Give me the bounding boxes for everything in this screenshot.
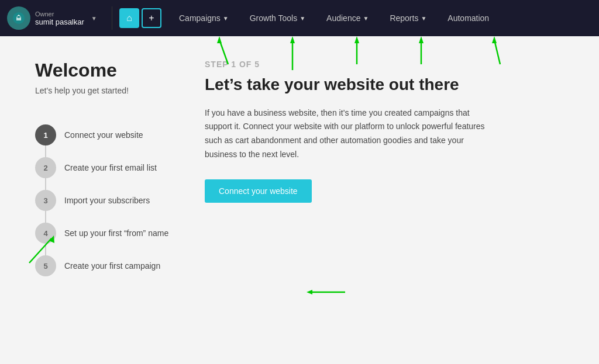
step-3-item[interactable]: 3 Import your subscribers <box>35 184 170 217</box>
nav-item-automation[interactable]: Automation <box>437 0 500 36</box>
nav-item-reports[interactable]: Reports ▼ <box>379 0 437 36</box>
step-5-number: 5 <box>35 255 56 276</box>
reports-dropdown-icon: ▼ <box>421 15 426 22</box>
user-info: Owner sumit pasalkar <box>35 11 84 26</box>
connect-website-button[interactable]: Connect your website <box>205 179 312 203</box>
step-indicator: STEP 1 OF 5 <box>205 60 570 69</box>
brand-logo <box>7 6 30 30</box>
step-4-label: Set up your first “from” name <box>64 228 168 238</box>
step-2-number: 2 <box>35 157 56 178</box>
step-5-label: Create your first campaign <box>64 261 160 271</box>
step-4-item[interactable]: 4 Set up your first “from” name <box>35 217 170 249</box>
nav-menu: Campaigns ▼ Growth Tools ▼ Audience ▼ Re… <box>168 0 592 36</box>
step-3-number: 3 <box>35 190 56 211</box>
brand-section[interactable]: Owner sumit pasalkar ▼ <box>7 6 112 30</box>
step-4-number: 4 <box>35 223 56 244</box>
nav-quick-actions: ⌂ + <box>115 8 166 28</box>
home-button[interactable]: ⌂ <box>119 8 139 28</box>
step-1-label: Connect your website <box>64 130 143 140</box>
user-dropdown-icon: ▼ <box>91 15 97 22</box>
step-main-title: Let’s take your website out there <box>205 75 570 95</box>
welcome-subtitle: Let's help you get started! <box>35 86 170 95</box>
step-3-label: Import your subscribers <box>64 196 150 205</box>
username-label: sumit pasalkar <box>35 18 84 26</box>
step-description: If you have a business website, then it’… <box>205 106 497 162</box>
step-2-label: Create your first email list <box>64 163 157 172</box>
welcome-title: Welcome <box>35 60 170 81</box>
growth-tools-dropdown-icon: ▼ <box>300 15 305 22</box>
add-button[interactable]: + <box>142 8 161 28</box>
step-1-number: 1 <box>35 124 56 145</box>
steps-list: 1 Connect your website 2 Create your fir… <box>35 119 170 282</box>
audience-dropdown-icon: ▼ <box>363 15 369 22</box>
navbar: Owner sumit pasalkar ▼ ⌂ + Campaigns ▼ G… <box>0 0 599 36</box>
step-1-item[interactable]: 1 Connect your website <box>35 119 170 151</box>
nav-item-audience[interactable]: Audience ▼ <box>316 0 379 36</box>
right-panel: STEP 1 OF 5 Let’s take your website out … <box>187 36 599 364</box>
left-panel: Welcome Let's help you get started! 1 Co… <box>0 36 187 364</box>
campaigns-dropdown-icon: ▼ <box>223 15 229 22</box>
step-5-item[interactable]: 5 Create your first campaign <box>35 249 170 282</box>
main-content-area: Welcome Let's help you get started! 1 Co… <box>0 36 599 364</box>
nav-item-campaigns[interactable]: Campaigns ▼ <box>168 0 239 36</box>
owner-label: Owner <box>35 11 84 18</box>
nav-item-growth-tools[interactable]: Growth Tools ▼ <box>239 0 316 36</box>
step-2-item[interactable]: 2 Create your first email list <box>35 151 170 184</box>
